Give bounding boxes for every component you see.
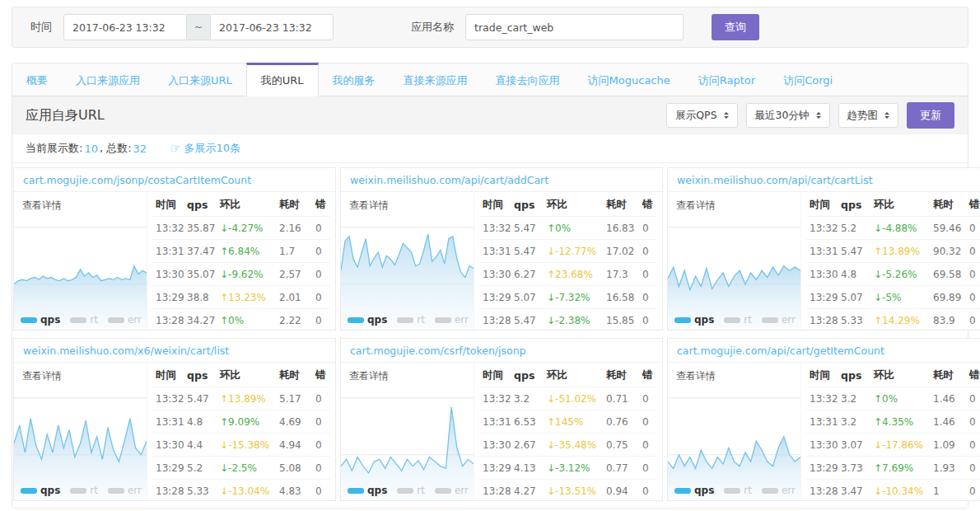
legend-err[interactable]: err xyxy=(435,314,469,326)
legend-qps[interactable]: qps xyxy=(21,485,60,496)
view-detail-link[interactable]: 查看详情 xyxy=(341,192,474,216)
column-header: qps xyxy=(838,192,870,217)
cost-cell: 0.75 xyxy=(603,434,639,457)
view-detail-link[interactable]: 查看详情 xyxy=(14,192,147,216)
delta-cell: ↑13.23% xyxy=(217,286,276,309)
legend-rt[interactable]: rt xyxy=(397,314,425,326)
time-cell: 13:32 xyxy=(806,387,838,410)
error-cell: 0 xyxy=(966,263,980,286)
column-header: 时间 xyxy=(152,363,184,387)
url-link[interactable]: weixin.meilishuo.com/api/cart/cartList xyxy=(677,174,873,186)
cost-cell: 0.71 xyxy=(603,387,639,410)
legend-qps[interactable]: qps xyxy=(674,314,714,326)
legend-err[interactable]: err xyxy=(762,314,796,326)
legend-rt[interactable]: rt xyxy=(397,485,425,496)
cost-cell: 5.08 xyxy=(276,457,312,480)
chart-area: qpsrterr xyxy=(668,387,800,500)
legend-rt[interactable]: rt xyxy=(724,485,752,496)
tab-item[interactable]: 直接来源应用 xyxy=(390,63,482,96)
qps-cell: 35.87 xyxy=(184,217,217,240)
view-detail-link[interactable]: 查看详情 xyxy=(341,363,474,387)
delta-cell: ↓-5.26% xyxy=(870,263,930,286)
legend-swatch xyxy=(724,317,740,323)
url-link[interactable]: cart.mogujie.com/jsonp/costaCartItemCoun… xyxy=(23,174,251,186)
table-row: 13:32 35.87 ↓-4.27% 2.16 0 xyxy=(152,217,330,240)
legend-swatch xyxy=(435,488,451,494)
tab-item[interactable]: 访问Mogucache xyxy=(574,63,684,96)
legend-qps[interactable]: qps xyxy=(348,485,387,496)
refresh-button[interactable]: 更新 xyxy=(907,102,954,129)
show-more-label: 多展示10条 xyxy=(184,141,241,156)
tab-item[interactable]: 入口来源URL xyxy=(154,63,246,96)
metric-select[interactable]: 展示QPS xyxy=(666,103,737,128)
legend-err[interactable]: err xyxy=(108,314,142,326)
tab-item[interactable]: 入口来源应用 xyxy=(62,63,154,96)
filter-bar: 时间 ~ 应用名称 查询 xyxy=(12,7,968,48)
show-more-link[interactable]: ☞ 多展示10条 xyxy=(170,141,240,156)
qps-sparkline-chart xyxy=(341,216,474,330)
url-link[interactable]: cart.mogujie.com/api/cart/getItemCount xyxy=(677,345,884,357)
cost-cell: 0.76 xyxy=(603,410,639,434)
qps-cell: 5.07 xyxy=(838,286,870,309)
chart-type-select[interactable]: 趋势图 xyxy=(838,103,899,128)
legend-qps[interactable]: qps xyxy=(674,485,714,496)
time-cell: 13:29 xyxy=(806,286,838,309)
tab-item[interactable]: 访问Corgi xyxy=(769,63,847,96)
delta-cell: ↑0% xyxy=(870,387,930,410)
panel-body: 查看详情 qpsrterr 时间qps环比耗时错 13:32 5.2 ↓-4.8… xyxy=(668,192,980,330)
cost-cell: 2.16 xyxy=(276,217,312,240)
tab-item[interactable]: 我的服务 xyxy=(319,63,390,96)
table-row: 13:30 35.07 ↓-9.62% 2.57 0 xyxy=(152,263,330,286)
time-cell: 13:30 xyxy=(479,434,511,457)
chart-area: qpsrterr xyxy=(341,387,474,500)
legend-rt[interactable]: rt xyxy=(70,314,98,326)
tab-item[interactable]: 概要 xyxy=(12,63,62,96)
tab-item[interactable]: 访问Raptor xyxy=(684,63,769,96)
time-from-input[interactable] xyxy=(63,14,187,40)
chevron-updown-icon xyxy=(884,112,889,119)
app-name-label: 应用名称 xyxy=(411,20,454,35)
legend-rt[interactable]: rt xyxy=(724,314,752,326)
url-link[interactable]: cart.mogujie.com/csrf/token/jsonp xyxy=(350,345,526,357)
view-detail-link[interactable]: 查看详情 xyxy=(668,363,800,387)
cost-cell: 4.94 xyxy=(276,434,312,457)
panel-title-row: cart.mogujie.com/csrf/token/jsonp xyxy=(341,339,662,363)
error-cell: 0 xyxy=(639,263,657,286)
legend-label: qps xyxy=(694,485,714,496)
app-name-input[interactable] xyxy=(465,14,684,40)
url-link[interactable]: weixin.meilishuo.com/x6/weixin/cart/list xyxy=(23,345,229,357)
view-detail-link[interactable]: 查看详情 xyxy=(668,192,800,216)
legend-err[interactable]: err xyxy=(435,485,469,496)
qps-cell: 4.27 xyxy=(511,480,544,503)
table-header-row: 时间qps环比耗时错 xyxy=(152,192,330,217)
delta-cell: ↓-13.04% xyxy=(217,480,276,503)
cost-cell: 15.85 xyxy=(603,309,639,332)
legend-qps[interactable]: qps xyxy=(348,314,387,326)
url-link[interactable]: weixin.meilishuo.com/api/cart/addCart xyxy=(350,174,548,186)
legend-err[interactable]: err xyxy=(762,485,796,496)
shown-count-label: 当前展示数: xyxy=(26,141,82,156)
time-cell: 13:29 xyxy=(152,457,184,480)
legend-qps[interactable]: qps xyxy=(21,314,60,326)
metrics-table-column: 时间qps环比耗时错 13:32 5.2 ↓-4.88% 59.46 0 13:… xyxy=(801,192,980,330)
legend-rt[interactable]: rt xyxy=(70,485,98,496)
query-button[interactable]: 查询 xyxy=(712,14,759,40)
legend-err[interactable]: err xyxy=(108,485,142,496)
time-cell: 13:29 xyxy=(479,286,511,309)
time-cell: 13:31 xyxy=(479,410,511,434)
error-cell: 0 xyxy=(966,480,980,503)
time-to-input[interactable] xyxy=(210,14,334,40)
delta-cell: ↓-15.38% xyxy=(217,434,276,457)
time-range-select[interactable]: 最近30分钟 xyxy=(746,103,830,128)
tab-item[interactable]: 我的URL xyxy=(246,63,319,96)
metrics-table: 时间qps环比耗时错 13:32 5.47 ↑0% 16.83 0 13:31 … xyxy=(479,192,657,331)
time-cell: 13:28 xyxy=(152,480,184,503)
error-cell: 0 xyxy=(639,309,657,332)
tab-item[interactable]: 直接去向应用 xyxy=(482,63,574,96)
view-detail-link[interactable]: 查看详情 xyxy=(14,363,147,387)
delta-cell: ↓-17.86% xyxy=(870,434,930,457)
error-cell: 0 xyxy=(966,309,980,332)
panel-title-row: weixin.meilishuo.com/api/cart/cartList xyxy=(668,168,980,192)
table-row: 13:32 3.2 ↑0% 1.46 0 xyxy=(806,387,980,410)
time-cell: 13:28 xyxy=(479,309,511,332)
